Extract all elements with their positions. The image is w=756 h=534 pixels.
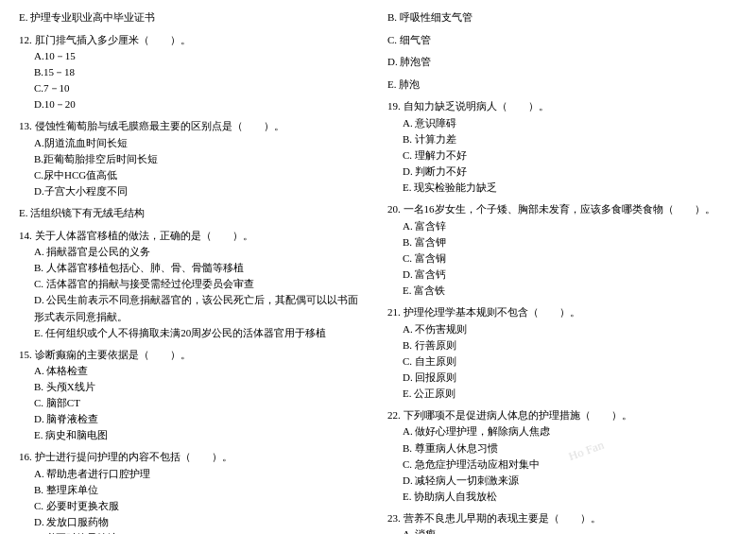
q22-c: C. 急危症护理活动应相对集中 <box>387 456 737 473</box>
q12-b: B.15－18 <box>19 64 369 80</box>
question-20: 20. 一名16岁女生，个子矮、胸部未发育，应该多食哪类食物（ ）。 A. 富含… <box>387 201 737 299</box>
q14-d: D. 公民生前表示不同意捐献器官的，该公民死亡后，其配偶可以以书面形式表示同意捐… <box>19 292 369 324</box>
q20-e: E. 富含铁 <box>387 283 737 299</box>
q19-b: B. 计算力差 <box>387 131 737 147</box>
q13-b: B.距葡萄胎排空后时间长短 <box>19 151 369 167</box>
q19-d: D. 判断力不好 <box>387 164 737 180</box>
question-22: 22. 下列哪项不是促进病人体息的护理措施（ ）。 A. 做好心理护理，解除病人… <box>387 407 737 505</box>
q21-b: B. 行善原则 <box>387 337 737 353</box>
q12-c: C.7－10 <box>19 80 369 96</box>
question-13: 13. 侵蚀性葡萄胎与绒毛膜癌最主要的区别点是（ ）。 A.阴道流血时间长短 B… <box>19 118 369 199</box>
q18-c-text: C. 细气管 <box>387 34 431 45</box>
q13-c: C.尿中HCG值高低 <box>19 167 369 183</box>
q14-title: 14. 关于人体器官移植的做法，正确的是（ ）。 <box>19 228 369 245</box>
right-column: B. 呼吸性细支气管 C. 细气管 D. 肺泡管 E. 肺泡 19. 自知力缺乏… <box>387 9 737 534</box>
q20-d: D. 富含钙 <box>387 267 737 283</box>
q16-a: A. 帮助患者进行口腔护理 <box>19 466 369 482</box>
q16-title: 16. 护士进行提问护理的内容不包括（ ）。 <box>19 449 369 466</box>
q18-d-cont: D. 肺泡管 <box>387 54 737 71</box>
q12-title: 12. 肛门排气插入多少厘米（ ）。 <box>19 32 369 49</box>
q21-a: A. 不伤害规则 <box>387 321 737 337</box>
q22-e: E. 协助病人自我放松 <box>387 489 737 505</box>
option-e-chorionic-text: E. 活组织镜下有无绒毛结构 <box>19 207 145 218</box>
q16-e: E. 必要时给予输液 <box>19 530 369 534</box>
left-column: E. 护理专业职业高中毕业证书 12. 肛门排气插入多少厘米（ ）。 A.10－… <box>19 9 369 534</box>
exam-page: E. 护理专业职业高中毕业证书 12. 肛门排气插入多少厘米（ ）。 A.10－… <box>19 9 737 534</box>
q15-b: B. 头颅X线片 <box>19 379 369 395</box>
q20-a: A. 富含锌 <box>387 218 737 234</box>
q18-b-cont: B. 呼吸性细支气管 <box>387 9 737 26</box>
q13-title: 13. 侵蚀性葡萄胎与绒毛膜癌最主要的区别点是（ ）。 <box>19 118 369 135</box>
q16-b: B. 整理床单位 <box>19 482 369 498</box>
q18-c-cont: C. 细气管 <box>387 32 737 49</box>
q15-e: E. 病史和脑电图 <box>19 427 369 443</box>
q19-c: C. 理解力不好 <box>387 147 737 164</box>
q16-d: D. 发放口服药物 <box>19 514 369 530</box>
q18-e-text: E. 肺泡 <box>387 78 420 90</box>
question-15: 15. 诊断癫痫的主要依据是（ ）。 A. 体格检查 B. 头颅X线片 C. 脑… <box>19 347 369 444</box>
q22-b: B. 尊重病人休息习惯 <box>387 440 737 456</box>
question-12: 12. 肛门排气插入多少厘米（ ）。 A.10－15 B.15－18 C.7－1… <box>19 32 369 113</box>
q14-a: A. 捐献器官是公民的义务 <box>19 244 369 260</box>
q22-a: A. 做好心理护理，解除病人焦虑 <box>387 423 737 439</box>
q22-title: 22. 下列哪项不是促进病人体息的护理措施（ ）。 <box>387 407 737 424</box>
question-14: 14. 关于人体器官移植的做法，正确的是（ ）。 A. 捐献器官是公民的义务 B… <box>19 228 369 341</box>
q22-d: D. 减轻病人一切刺激来源 <box>387 473 737 489</box>
q13-a: A.阴道流血时间长短 <box>19 135 369 151</box>
q23-title: 23. 营养不良患儿早期的表现主要是（ ）。 <box>387 510 737 527</box>
q19-a: A. 意识障碍 <box>387 115 737 131</box>
q14-c: C. 活体器官的捐献与接受需经过伦理委员会审查 <box>19 276 369 292</box>
q23-a: A. 消瘦 <box>387 526 737 534</box>
q21-c: C. 自主原则 <box>387 353 737 370</box>
q15-d: D. 脑脊液检查 <box>19 411 369 427</box>
q16-c: C. 必要时更换衣服 <box>19 498 369 514</box>
question-16: 16. 护士进行提问护理的内容不包括（ ）。 A. 帮助患者进行口腔护理 B. … <box>19 449 369 534</box>
q21-d: D. 回报原则 <box>387 370 737 386</box>
question-23: 23. 营养不良患儿早期的表现主要是（ ）。 A. 消瘦 B. 体重不增 C. … <box>387 510 737 534</box>
option-e-chorionic: E. 活组织镜下有无绒毛结构 <box>19 205 369 222</box>
question-19: 19. 自知力缺乏说明病人（ ）。 A. 意识障碍 B. 计算力差 C. 理解力… <box>387 98 737 196</box>
q13-d: D.子宫大小程度不同 <box>19 183 369 199</box>
q19-e: E. 现实检验能力缺乏 <box>387 180 737 196</box>
q20-title: 20. 一名16岁女生，个子矮、胸部未发育，应该多食哪类食物（ ）。 <box>387 201 737 218</box>
q15-title: 15. 诊断癫痫的主要依据是（ ）。 <box>19 347 369 364</box>
q12-d: D.10－20 <box>19 96 369 112</box>
option-e-cert-text: E. 护理专业职业高中毕业证书 <box>19 11 155 23</box>
q18-b-text: B. 呼吸性细支气管 <box>387 11 472 23</box>
q18-d-text: D. 肺泡管 <box>387 56 431 67</box>
content-columns: E. 护理专业职业高中毕业证书 12. 肛门排气插入多少厘米（ ）。 A.10－… <box>19 9 737 534</box>
q14-e: E. 任何组织或个人不得摘取未满20周岁公民的活体器官用于移植 <box>19 325 369 341</box>
q12-a: A.10－15 <box>19 48 369 64</box>
q15-c: C. 脑部CT <box>19 395 369 411</box>
q15-a: A. 体格检查 <box>19 363 369 379</box>
question-21: 21. 护理伦理学基本规则不包含（ ）。 A. 不伤害规则 B. 行善原则 C.… <box>387 304 737 402</box>
q20-b: B. 富含钾 <box>387 234 737 250</box>
option-e-cert: E. 护理专业职业高中毕业证书 <box>19 9 369 26</box>
q14-b: B. 人体器官移植包括心、肺、骨、骨髓等移植 <box>19 260 369 276</box>
q19-title: 19. 自知力缺乏说明病人（ ）。 <box>387 98 737 115</box>
q18-e-cont: E. 肺泡 <box>387 77 737 94</box>
q20-c: C. 富含铜 <box>387 250 737 267</box>
q21-e: E. 公正原则 <box>387 386 737 402</box>
q21-title: 21. 护理伦理学基本规则不包含（ ）。 <box>387 304 737 321</box>
